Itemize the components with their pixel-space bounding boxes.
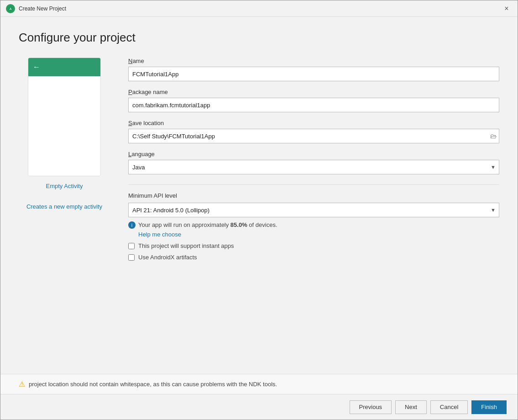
help-me-choose-link[interactable]: Help me choose [138,231,181,238]
folder-icon[interactable]: 🗁 [490,132,497,140]
min-api-field-group: Minimum API level API 21: Android 5.0 (L… [128,192,499,261]
package-field-group: Package name [128,89,499,112]
warning-bar: ⚠ project location should not contain wh… [0,374,518,394]
phone-back-arrow-icon: ← [33,63,40,71]
language-select[interactable]: Java Kotlin [128,160,499,174]
package-label: Package name [128,89,499,95]
warning-icon: ⚠ [19,380,25,388]
language-select-wrapper: Java Kotlin ▼ [128,160,499,174]
instant-apps-checkbox-row: This project will support instant apps [128,242,499,249]
left-panel: ← Empty Activity Creates a new empty act… [19,58,110,374]
previous-button[interactable]: Previous [350,400,392,414]
instant-apps-label: This project will support instant apps [138,242,234,249]
page-title: Configure your project [19,31,499,45]
name-input[interactable] [128,67,499,81]
androidx-checkbox[interactable] [128,254,135,261]
save-location-label: Save location [128,120,499,126]
instant-apps-checkbox[interactable] [128,243,135,249]
save-location-input[interactable] [128,129,499,143]
main-window: A Create New Project × Configure your pr… [0,0,518,420]
info-icon: i [128,221,136,229]
svg-text:A: A [10,7,12,10]
coverage-info-row: i Your app will run on approximately 85.… [128,221,499,229]
content-area: Configure your project ← Empty Activity … [0,17,518,374]
right-panel: NNameame Package name Save location [128,58,499,374]
save-location-input-wrapper: 🗁 [128,129,499,143]
divider [128,184,499,185]
phone-header: ← [28,58,100,76]
cancel-button[interactable]: Cancel [430,400,468,414]
close-button[interactable]: × [501,3,512,14]
bottom-bar: Previous Next Cancel Finish [0,394,518,420]
title-bar: A Create New Project × [0,0,518,17]
activity-type-label: Empty Activity [46,183,83,189]
creates-label: Creates a new empty activity [26,203,102,210]
package-input[interactable] [128,98,499,112]
next-button[interactable]: Next [395,400,427,414]
language-field-group: Language Java Kotlin ▼ [128,151,499,174]
phone-preview: ← [28,58,101,176]
min-api-select[interactable]: API 21: Android 5.0 (Lollipop) API 22: A… [128,203,499,217]
androidx-checkbox-row: Use AndroidX artifacts [128,254,499,261]
warning-text: project location should not contain whit… [29,381,277,388]
androidx-label: Use AndroidX artifacts [138,254,197,261]
name-field-group: NNameame [128,58,499,81]
language-label: Language [128,151,499,158]
save-location-field-group: Save location 🗁 [128,120,499,143]
phone-body [28,76,100,176]
title-bar-text: Create New Project [19,5,501,12]
coverage-text: Your app will run on approximately 85.0%… [138,221,277,229]
min-api-label: Minimum API level [128,192,499,199]
name-label: NNameame [128,58,499,64]
main-row: ← Empty Activity Creates a new empty act… [19,58,499,374]
finish-button[interactable]: Finish [471,400,507,414]
min-api-select-wrapper: API 21: Android 5.0 (Lollipop) API 22: A… [128,203,499,217]
app-icon: A [6,4,15,13]
